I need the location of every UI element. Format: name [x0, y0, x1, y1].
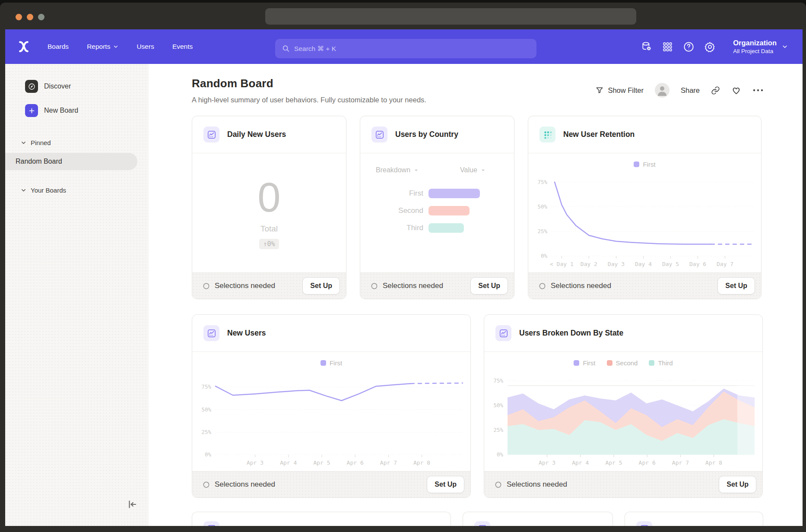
line-chart-icon — [371, 127, 387, 142]
set-up-button[interactable]: Set Up — [302, 277, 340, 294]
copy-link-button[interactable] — [711, 86, 720, 95]
chevron-down-icon — [21, 187, 26, 193]
org-switcher[interactable]: Organization All Project Data — [733, 39, 788, 54]
svg-text:50%: 50% — [201, 406, 211, 413]
card-footer: Selections needed Set Up — [528, 272, 761, 299]
dropdown-label: Breakdown — [376, 166, 410, 174]
svg-text:0%: 0% — [205, 451, 212, 458]
chevron-down-icon — [782, 44, 788, 50]
window-close-button[interactable] — [16, 14, 22, 20]
card-header: New User Retention — [528, 116, 761, 153]
chevron-down-icon — [21, 140, 26, 146]
share-label: Share — [681, 86, 700, 95]
status-label: Selections needed — [215, 480, 275, 489]
funnel-icon — [595, 86, 604, 95]
sidebar-section-your-boards[interactable]: Your Boards — [5, 185, 149, 195]
bar-row: Second — [360, 206, 514, 215]
set-up-button[interactable]: Set Up — [427, 476, 464, 493]
sidebar-item-label: Random Board — [16, 158, 62, 165]
nav-item-label: Boards — [48, 43, 69, 51]
radio-circle-icon — [203, 282, 210, 290]
country-bar-list: First Second Third — [360, 189, 514, 233]
svg-text:Day 6: Day 6 — [689, 261, 706, 267]
set-up-button[interactable]: Set Up — [470, 277, 508, 294]
sidebar: Discover New Board Pinned Random Board — [5, 64, 149, 526]
svg-text:50%: 50% — [537, 203, 547, 210]
breakdown-dropdown[interactable]: Breakdown — [376, 166, 419, 174]
window-minimize-button[interactable] — [27, 14, 33, 20]
nav-item-users[interactable]: Users — [130, 39, 161, 54]
more-dots-icon — [752, 88, 764, 92]
apps-grid-icon[interactable] — [662, 41, 673, 53]
value-dropdown[interactable]: Value — [460, 166, 486, 174]
favorite-button[interactable] — [731, 86, 741, 95]
metric-label: Total — [260, 224, 278, 234]
svg-text:Apr 7: Apr 7 — [380, 459, 397, 466]
data-management-icon[interactable] — [641, 41, 652, 53]
card-new-users: New Users First 75%50%25%0%Apr 3Apr 4Apr… — [192, 314, 471, 498]
svg-text:75%: 75% — [493, 377, 503, 384]
section-label: Pinned — [31, 139, 51, 146]
sidebar-item-discover[interactable]: Discover — [5, 79, 149, 93]
nav-item-events[interactable]: Events — [165, 39, 200, 54]
card-body: Breakdown Value First — [360, 153, 514, 272]
sidebar-section-pinned[interactable]: Pinned — [5, 137, 149, 148]
sidebar-item-random-board[interactable]: Random Board — [5, 153, 137, 170]
svg-text:75%: 75% — [537, 179, 547, 185]
card-footer: Selections needed Set Up — [192, 272, 346, 299]
card-body: FirstSecondThird 75%50%25%0%Apr 3Apr 4Ap… — [484, 352, 762, 471]
card-body: 0 Total ↑0% — [192, 153, 346, 272]
nav-item-label: Events — [172, 43, 193, 51]
bar-label: First — [360, 189, 423, 198]
more-options-button[interactable] — [752, 88, 764, 92]
main-content: Random Board A high-level summary of use… — [149, 64, 803, 526]
line-chart-icon — [636, 521, 652, 526]
search-bar[interactable] — [275, 39, 536, 58]
org-name: Organization — [733, 39, 777, 47]
svg-text:Apr 3: Apr 3 — [539, 459, 555, 466]
nav-item-boards[interactable]: Boards — [41, 39, 76, 54]
person-icon — [655, 83, 670, 98]
help-icon[interactable] — [683, 41, 695, 53]
svg-text:Day 3: Day 3 — [608, 261, 625, 267]
new-users-line-chart: 75%50%25%0%Apr 3Apr 4Apr 5Apr 6Apr 7Apr … — [192, 367, 470, 469]
section-label: Your Boards — [31, 187, 66, 194]
settings-gear-icon[interactable] — [704, 41, 716, 53]
page-subtitle: A high-level summary of user behaviors. … — [192, 96, 426, 104]
page-title: Random Board — [192, 77, 426, 90]
avatar[interactable] — [655, 83, 670, 98]
card-title: New User Retention — [563, 130, 635, 139]
set-up-button[interactable]: Set Up — [719, 476, 756, 493]
show-filter-button[interactable]: Show Filter — [595, 86, 644, 95]
legend-item: First — [574, 359, 595, 367]
share-button[interactable]: Share — [681, 86, 700, 95]
svg-text:50%: 50% — [493, 402, 503, 408]
window-zoom-button[interactable] — [38, 14, 44, 20]
svg-text:Apr 4: Apr 4 — [280, 459, 297, 466]
svg-text:25%: 25% — [537, 228, 547, 234]
chart-legend: First — [528, 153, 761, 168]
card-title: Users Broken Down By State — [519, 329, 623, 338]
link-icon — [711, 86, 720, 95]
nav-item-reports[interactable]: Reports — [80, 39, 125, 54]
heart-icon — [731, 86, 741, 95]
bar-label: Third — [360, 224, 423, 232]
url-bar[interactable] — [265, 8, 636, 25]
nav-item-label: Reports — [87, 43, 110, 51]
window-chrome — [0, 3, 806, 29]
sidebar-item-new-board[interactable]: New Board — [5, 104, 149, 117]
sidebar-collapse-icon[interactable] — [126, 498, 138, 510]
legend-item: First — [634, 161, 655, 168]
card-footer: Selections needed Set Up — [484, 471, 762, 497]
set-up-button[interactable]: Set Up — [717, 277, 755, 294]
card-body: First 75%50%25%0%< Day 1Day 2Day 3Day 4D… — [528, 153, 761, 272]
mixpanel-logo-icon[interactable] — [17, 40, 30, 53]
svg-text:Day 2: Day 2 — [581, 261, 597, 267]
search-input[interactable] — [294, 45, 530, 53]
svg-text:Apr 8: Apr 8 — [413, 459, 430, 466]
card-active-users: Active Users — [625, 512, 763, 526]
status-label: Selections needed — [507, 480, 567, 489]
card-title: Insights Report — [498, 525, 553, 526]
line-chart-icon — [203, 325, 219, 341]
radio-circle-icon — [539, 282, 546, 290]
